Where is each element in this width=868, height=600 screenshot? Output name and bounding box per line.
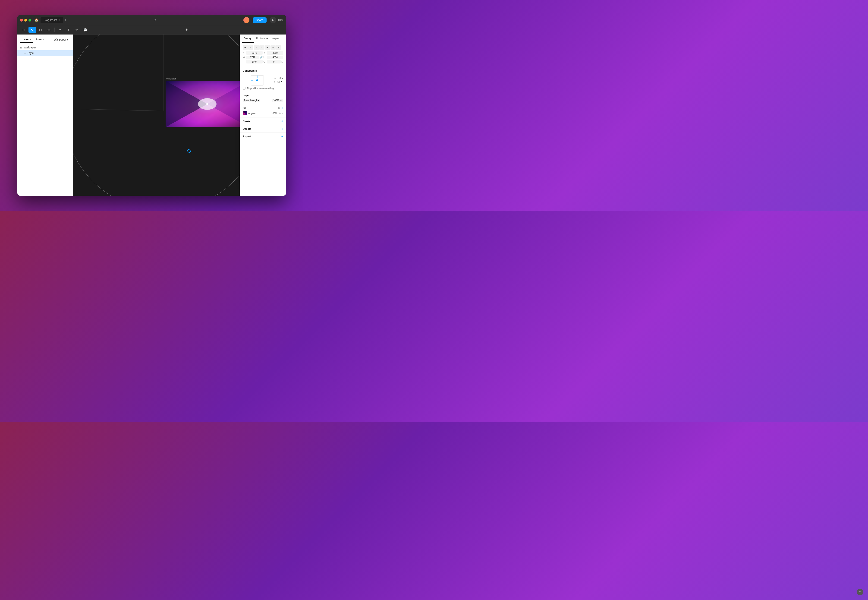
right-panel: Design Prototype Inspect ⬅ ⬆ ↕ ⬇ ➡ ↔ xyxy=(240,35,286,196)
add-export-button[interactable]: + xyxy=(281,135,283,138)
constraints-content: ↔ Left ▾ ↕ Top ▾ xyxy=(243,74,283,87)
layer-title: Layer xyxy=(243,94,283,97)
sidebar: Layers Assets Wallpaper ▾ ⊞ Wallpaper ▭ … xyxy=(17,35,73,196)
center-handle[interactable] xyxy=(206,103,208,105)
align-top-button[interactable]: ⬆ xyxy=(248,45,253,50)
minimize-button[interactable] xyxy=(24,19,27,21)
constraint-h-icon: ↔ xyxy=(274,77,276,79)
canvas-area[interactable]: Wallpaper xyxy=(73,35,240,196)
document-tab[interactable]: Blog Posts × xyxy=(41,17,63,23)
fix-scroll-checkbox[interactable] xyxy=(243,87,245,89)
x-value[interactable]: 5971 xyxy=(246,51,263,55)
main-content: Layers Assets Wallpaper ▾ ⊞ Wallpaper ▭ … xyxy=(17,35,286,196)
panel-tab-design[interactable]: Design xyxy=(242,35,254,43)
text-tool[interactable]: T xyxy=(65,27,72,33)
horizontal-constraint: ↔ Left ▾ xyxy=(274,77,283,79)
w-value[interactable]: 7742 xyxy=(246,56,259,59)
maximize-button[interactable] xyxy=(29,19,31,21)
select-tool[interactable]: ↖ xyxy=(29,27,36,33)
constraints-section: Constraints ↔ Left ▾ xyxy=(240,67,286,92)
fill-item: Angular 100% 👁 − xyxy=(243,111,283,115)
h-value[interactable]: 4354 xyxy=(267,56,283,59)
y-label: Y xyxy=(263,52,266,54)
export-title: Export xyxy=(243,135,251,138)
opacity-control[interactable]: 100% 👁 xyxy=(272,99,283,102)
home-button[interactable]: 🏠 xyxy=(33,17,39,23)
export-section: Export + xyxy=(240,133,286,140)
stroke-row: Stroke + xyxy=(243,119,283,123)
play-button[interactable]: ▶ xyxy=(270,17,276,23)
layer-item-wallpaper[interactable]: ⊞ Wallpaper xyxy=(17,45,73,50)
shape-tool[interactable]: ▭ xyxy=(45,27,53,33)
corner-value[interactable]: 0 xyxy=(267,60,281,64)
zoom-level[interactable]: 10% xyxy=(278,18,283,22)
top-constraint-select[interactable]: Top ▾ xyxy=(277,80,283,83)
align-center-v-button[interactable]: ↕ xyxy=(254,45,259,50)
constraint-top-line xyxy=(257,76,257,78)
left-constraint-select[interactable]: Left ▾ xyxy=(278,77,283,79)
tab-close-button[interactable]: × xyxy=(58,19,60,21)
blend-mode-select[interactable]: Pass through ▾ xyxy=(243,99,260,102)
fill-visibility-icon[interactable]: 👁 xyxy=(278,112,281,115)
align-bottom-button[interactable]: ⬇ xyxy=(259,45,265,50)
add-stroke-button[interactable]: + xyxy=(281,119,283,123)
visibility-icon[interactable]: 👁 xyxy=(280,99,282,102)
pen-tool[interactable]: ✒ xyxy=(56,27,64,33)
align-left-button[interactable]: ⬅ xyxy=(243,45,248,50)
constraints-title: Constraints xyxy=(243,69,283,72)
fill-grid-icon[interactable]: ⊞ xyxy=(278,106,280,110)
title-center: ✦ xyxy=(67,18,243,22)
add-fill-button[interactable]: + xyxy=(281,106,283,110)
fill-swatch[interactable] xyxy=(243,111,247,115)
distribute-button[interactable]: ⊞ xyxy=(276,45,281,50)
canvas-element-label: Wallpaper xyxy=(166,77,176,80)
fill-icons: 👁 − xyxy=(278,112,283,115)
y-value[interactable]: 3659 xyxy=(267,51,283,55)
toolbar: ⊞ ↖ ⊡ ▭ ✒ T ✏ 💬 ✦ xyxy=(17,25,286,35)
avatar xyxy=(243,17,250,23)
fill-section: Fill ⊞ + Angular 100% 👁 − xyxy=(240,104,286,117)
center-icon: ✦ xyxy=(185,27,188,32)
move-tool[interactable]: ⊞ xyxy=(20,27,27,33)
rotation-prop: R 180° xyxy=(243,60,263,64)
close-button[interactable] xyxy=(20,19,23,21)
panel-tab-inspect[interactable]: Inspect xyxy=(270,35,283,43)
corner-label: C xyxy=(263,61,266,63)
control-handle-diamond[interactable] xyxy=(187,148,192,153)
x-prop: X 5971 xyxy=(243,51,263,55)
remove-fill-button[interactable]: − xyxy=(281,112,283,115)
layer-item-style[interactable]: ▭ Style xyxy=(17,50,73,56)
draw-tool[interactable]: ✏ xyxy=(73,27,80,33)
layer-rect-icon: ▭ xyxy=(24,52,26,55)
tab-title: Blog Posts xyxy=(44,18,57,22)
effects-row: Effects + xyxy=(243,127,283,131)
sidebar-tab-layers[interactable]: Layers xyxy=(20,36,33,43)
wallpaper-element[interactable] xyxy=(166,81,240,127)
align-right-button[interactable]: ➡ xyxy=(265,45,270,50)
comment-tool[interactable]: 💬 xyxy=(82,27,89,33)
w-prop: W 7742 🔗 xyxy=(243,56,263,59)
h-label: H xyxy=(263,56,266,59)
sidebar-tab-wallpaper[interactable]: Wallpaper ▾ xyxy=(52,36,70,42)
effects-section: Effects + xyxy=(240,125,286,133)
sidebar-tab-assets[interactable]: Assets xyxy=(33,36,46,43)
align-center-h-button[interactable]: ↔ xyxy=(271,45,275,50)
align-row: ⬅ ⬆ ↕ ⬇ ➡ ↔ ⊞ xyxy=(243,45,283,50)
rotation-value[interactable]: 180° xyxy=(246,60,263,64)
figma-icon: ✦ xyxy=(154,18,157,22)
gradient-svg xyxy=(166,81,240,127)
expand-icon[interactable]: ⊡ xyxy=(281,61,283,63)
fill-title: Fill xyxy=(243,106,246,109)
align-section: ⬅ ⬆ ↕ ⬇ ➡ ↔ ⊞ X 5971 Y 3659 xyxy=(240,43,286,67)
share-button[interactable]: Share xyxy=(253,17,266,23)
panel-tab-prototype[interactable]: Prototype xyxy=(254,35,269,43)
rotation-label: R xyxy=(243,61,245,63)
frame-tool[interactable]: ⊡ xyxy=(37,27,44,33)
lock-icon[interactable]: 🔗 xyxy=(260,56,263,59)
add-effects-button[interactable]: + xyxy=(281,127,283,131)
layer-group-icon: ⊞ xyxy=(20,46,22,49)
layer-style-label: Style xyxy=(27,52,34,55)
new-tab-button[interactable]: + xyxy=(64,18,67,22)
fill-section-header: Fill ⊞ + xyxy=(243,106,283,110)
fill-opacity-value[interactable]: 100% xyxy=(271,112,277,115)
